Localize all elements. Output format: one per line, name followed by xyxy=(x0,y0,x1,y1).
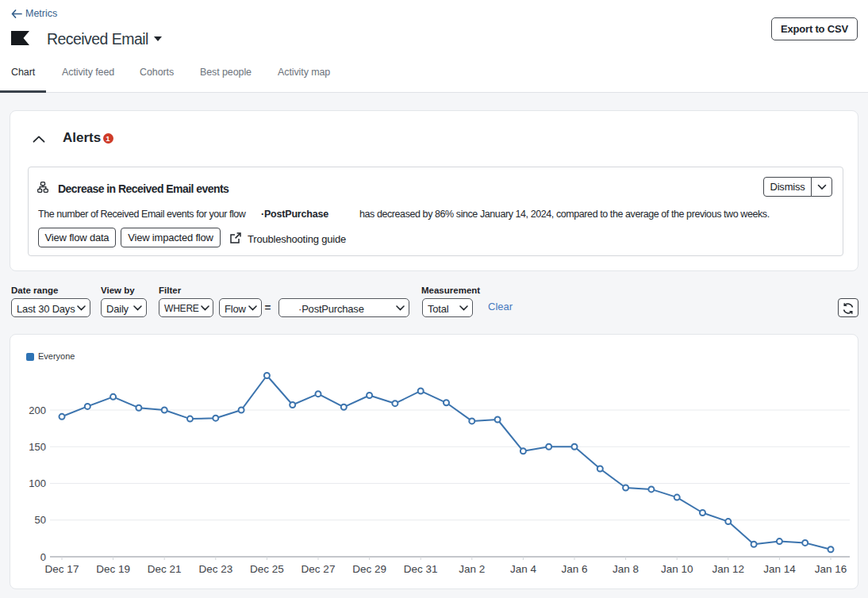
svg-text:Jan 4: Jan 4 xyxy=(510,563,537,575)
svg-text:50: 50 xyxy=(35,514,46,526)
svg-text:Dec 17: Dec 17 xyxy=(45,563,79,575)
svg-text:Jan 14: Jan 14 xyxy=(763,563,796,575)
svg-text:100: 100 xyxy=(29,477,46,489)
svg-text:Dec 19: Dec 19 xyxy=(96,563,130,575)
svg-text:150: 150 xyxy=(29,441,46,453)
svg-text:0: 0 xyxy=(40,551,46,563)
svg-text:Jan 16: Jan 16 xyxy=(815,563,847,575)
svg-text:Dec 27: Dec 27 xyxy=(301,563,336,575)
svg-text:Dec 23: Dec 23 xyxy=(198,563,232,575)
svg-text:Dec 21: Dec 21 xyxy=(148,563,182,575)
svg-text:Dec 29: Dec 29 xyxy=(352,563,386,575)
svg-text:Jan 12: Jan 12 xyxy=(712,563,745,575)
svg-text:200: 200 xyxy=(29,404,46,416)
svg-text:Dec 25: Dec 25 xyxy=(250,563,284,575)
svg-text:Jan 2: Jan 2 xyxy=(459,563,485,575)
svg-text:Dec 31: Dec 31 xyxy=(404,563,438,575)
svg-text:Jan 6: Jan 6 xyxy=(561,563,587,575)
svg-text:Jan 8: Jan 8 xyxy=(613,563,639,575)
svg-text:Jan 10: Jan 10 xyxy=(661,563,693,575)
